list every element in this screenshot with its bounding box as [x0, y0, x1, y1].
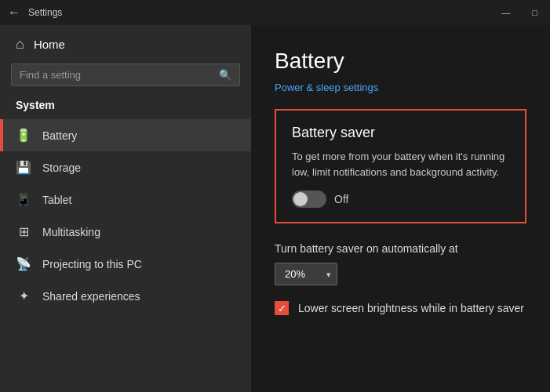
search-input[interactable] [20, 69, 213, 81]
window-title: Settings [28, 7, 62, 18]
sidebar: ⌂ Home 🔍 System 🔋 Battery 💾 Storage 📱 Ta… [0, 25, 251, 392]
toggle-state-label: Off [334, 193, 348, 205]
projecting-icon: 📡 [16, 256, 31, 271]
brightness-checkbox-label: Lower screen brightness while in battery… [298, 302, 524, 314]
sidebar-item-battery[interactable]: 🔋 Battery [0, 119, 251, 151]
storage-icon: 💾 [16, 160, 31, 175]
battery-saver-toggle[interactable] [292, 191, 326, 208]
power-sleep-link[interactable]: Power & sleep settings [275, 82, 378, 93]
sidebar-item-home[interactable]: ⌂ Home [0, 25, 251, 64]
dropdown-wrapper: 5% 10% 15% 20% 25% 30% ▾ [275, 263, 337, 285]
auto-section-label: Turn battery saver on automatically at [275, 242, 526, 255]
page-title: Battery [275, 49, 526, 74]
maximize-button[interactable]: □ [527, 6, 542, 19]
toggle-row: Off [292, 191, 509, 208]
system-section-label: System [0, 96, 251, 119]
sidebar-item-shared[interactable]: ✦ Shared experiences [0, 280, 251, 312]
window-controls: — □ [497, 6, 542, 19]
minimize-button[interactable]: — [497, 6, 515, 19]
storage-nav-label: Storage [42, 162, 81, 174]
tablet-icon: 📱 [16, 192, 31, 207]
checkmark-icon: ✓ [278, 303, 286, 314]
shared-nav-label: Shared experiences [42, 290, 140, 303]
sidebar-item-tablet[interactable]: 📱 Tablet [0, 183, 251, 216]
home-label: Home [34, 38, 65, 51]
brightness-checkbox[interactable]: ✓ [275, 301, 289, 315]
sidebar-item-storage[interactable]: 💾 Storage [0, 151, 251, 183]
battery-threshold-dropdown[interactable]: 5% 10% 15% 20% 25% 30% [275, 263, 337, 285]
sidebar-item-projecting[interactable]: 📡 Projecting to this PC [0, 248, 251, 280]
home-icon: ⌂ [16, 36, 24, 53]
projecting-nav-label: Projecting to this PC [42, 258, 142, 270]
back-button[interactable]: ← [8, 5, 20, 20]
main-container: ⌂ Home 🔍 System 🔋 Battery 💾 Storage 📱 Ta… [0, 25, 550, 392]
brightness-checkbox-row: ✓ Lower screen brightness while in batte… [275, 301, 526, 315]
search-icon[interactable]: 🔍 [219, 69, 231, 81]
battery-icon: 🔋 [16, 128, 31, 143]
battery-nav-label: Battery [42, 129, 77, 142]
multitasking-icon: ⊞ [16, 224, 31, 239]
shared-icon: ✦ [16, 289, 31, 303]
sidebar-item-multitasking[interactable]: ⊞ Multitasking [0, 216, 251, 248]
content-area: Battery Power & sleep settings Battery s… [251, 25, 550, 392]
battery-saver-card: Battery saver To get more from your batt… [275, 109, 526, 223]
auto-section: Turn battery saver on automatically at 5… [275, 242, 526, 285]
titlebar: ← Settings — □ [0, 0, 550, 25]
battery-saver-title: Battery saver [292, 125, 509, 141]
battery-saver-description: To get more from your battery when it's … [292, 149, 509, 180]
search-box[interactable]: 🔍 [11, 64, 240, 86]
tablet-nav-label: Tablet [42, 194, 71, 206]
multitasking-nav-label: Multitasking [42, 226, 100, 238]
dropdown-row: 5% 10% 15% 20% 25% 30% ▾ [275, 263, 526, 285]
toggle-knob [293, 192, 308, 206]
